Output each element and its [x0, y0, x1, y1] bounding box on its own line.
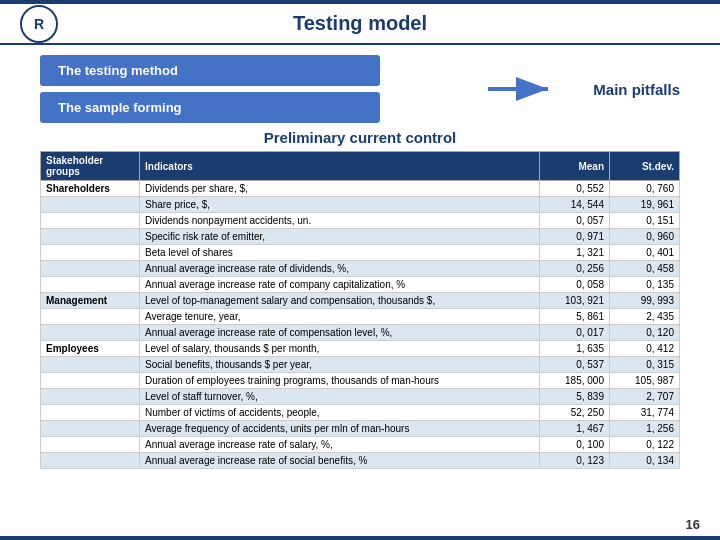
cell-group	[41, 373, 140, 389]
cell-stdev: 0, 135	[610, 277, 680, 293]
col-header-mean: Mean	[540, 152, 610, 181]
table-row: ShareholdersDividends per share, $,0, 55…	[41, 181, 680, 197]
cell-group	[41, 405, 140, 421]
table-row: Annual average increase rate of social b…	[41, 453, 680, 469]
cell-stdev: 0, 122	[610, 437, 680, 453]
cell-stdev: 31, 774	[610, 405, 680, 421]
cell-indicator: Level of salary, thousands $ per month,	[140, 341, 540, 357]
cell-mean: 0, 100	[540, 437, 610, 453]
logo: R	[20, 5, 58, 43]
cell-stdev: 19, 961	[610, 197, 680, 213]
table-row: EmployeesLevel of salary, thousands $ pe…	[41, 341, 680, 357]
cell-mean: 52, 250	[540, 405, 610, 421]
cell-mean: 103, 921	[540, 293, 610, 309]
table-row: Annual average increase rate of salary, …	[41, 437, 680, 453]
cell-mean: 0, 537	[540, 357, 610, 373]
cell-group	[41, 389, 140, 405]
cell-indicator: Average frequency of accidents, units pe…	[140, 421, 540, 437]
cell-stdev: 0, 412	[610, 341, 680, 357]
cell-group	[41, 277, 140, 293]
cell-indicator: Duration of employees training programs,…	[140, 373, 540, 389]
table-row: Annual average increase rate of dividend…	[41, 261, 680, 277]
table-row: Average frequency of accidents, units pe…	[41, 421, 680, 437]
boxes-column: The testing method The sample forming	[40, 55, 463, 123]
arrow-area	[463, 64, 583, 114]
col-header-groups: Stakeholder groups	[41, 152, 140, 181]
cell-stdev: 2, 435	[610, 309, 680, 325]
cell-mean: 0, 552	[540, 181, 610, 197]
cell-mean: 0, 058	[540, 277, 610, 293]
cell-indicator: Level of top-management salary and compe…	[140, 293, 540, 309]
cell-stdev: 0, 134	[610, 453, 680, 469]
table-row: Duration of employees training programs,…	[41, 373, 680, 389]
cell-stdev: 105, 987	[610, 373, 680, 389]
cell-mean: 1, 467	[540, 421, 610, 437]
cell-indicator: Annual average increase rate of social b…	[140, 453, 540, 469]
cell-group	[41, 421, 140, 437]
cell-stdev: 1, 256	[610, 421, 680, 437]
cell-indicator: Average tenure, year,	[140, 309, 540, 325]
cell-group	[41, 229, 140, 245]
cell-indicator: Annual average increase rate of salary, …	[140, 437, 540, 453]
cell-stdev: 0, 401	[610, 245, 680, 261]
arrow-icon	[483, 64, 563, 114]
cell-stdev: 0, 960	[610, 229, 680, 245]
cell-indicator: Annual average increase rate of dividend…	[140, 261, 540, 277]
cell-mean: 185, 000	[540, 373, 610, 389]
cell-group	[41, 309, 140, 325]
table-row: Average tenure, year,5, 8612, 435	[41, 309, 680, 325]
cell-group: Management	[41, 293, 140, 309]
col-header-indicators: Indicators	[140, 152, 540, 181]
cell-mean: 5, 839	[540, 389, 610, 405]
table-row: Beta level of shares1, 3210, 401	[41, 245, 680, 261]
cell-indicator: Annual average increase rate of compensa…	[140, 325, 540, 341]
sample-box: The sample forming	[40, 92, 380, 123]
table-row: Level of staff turnover, %,5, 8392, 707	[41, 389, 680, 405]
cell-indicator: Social benefits, thousands $ per year,	[140, 357, 540, 373]
cell-indicator: Dividends per share, $,	[140, 181, 540, 197]
cell-group	[41, 437, 140, 453]
cell-group	[41, 261, 140, 277]
cell-mean: 1, 321	[540, 245, 610, 261]
cell-stdev: 0, 458	[610, 261, 680, 277]
table-row: Specific risk rate of emitter,0, 9710, 9…	[41, 229, 680, 245]
col-header-stdev: St.dev.	[610, 152, 680, 181]
pitfalls-label: Main pitfalls	[593, 81, 680, 98]
cell-indicator: Annual average increase rate of company …	[140, 277, 540, 293]
cell-indicator: Beta level of shares	[140, 245, 540, 261]
cell-indicator: Dividends nonpayment accidents, un.	[140, 213, 540, 229]
data-table: Stakeholder groups Indicators Mean St.de…	[40, 151, 680, 469]
cell-mean: 1, 635	[540, 341, 610, 357]
cell-mean: 0, 123	[540, 453, 610, 469]
cell-indicator: Share price, $,	[140, 197, 540, 213]
cell-group	[41, 245, 140, 261]
cell-group: Employees	[41, 341, 140, 357]
cell-indicator: Number of victims of accidents, people,	[140, 405, 540, 421]
cell-mean: 0, 971	[540, 229, 610, 245]
table-row: Annual average increase rate of company …	[41, 277, 680, 293]
page-title: Testing model	[293, 12, 427, 35]
method-box: The testing method	[40, 55, 380, 86]
cell-mean: 0, 017	[540, 325, 610, 341]
cell-mean: 14, 544	[540, 197, 610, 213]
table-row: Share price, $,14, 54419, 961	[41, 197, 680, 213]
section-title: Preliminary current control	[40, 129, 680, 146]
cell-mean: 5, 861	[540, 309, 610, 325]
boxes-row: The testing method The sample forming Ma…	[40, 55, 680, 123]
cell-stdev: 2, 707	[610, 389, 680, 405]
cell-group	[41, 213, 140, 229]
cell-mean: 0, 057	[540, 213, 610, 229]
table-row: Annual average increase rate of compensa…	[41, 325, 680, 341]
cell-group	[41, 357, 140, 373]
table-row: Dividends nonpayment accidents, un.0, 05…	[41, 213, 680, 229]
cell-stdev: 0, 151	[610, 213, 680, 229]
main-content: The testing method The sample forming Ma…	[0, 45, 720, 474]
cell-group: Shareholders	[41, 181, 140, 197]
cell-group	[41, 325, 140, 341]
header: R Testing model	[0, 4, 720, 45]
cell-group	[41, 197, 140, 213]
cell-stdev: 0, 120	[610, 325, 680, 341]
table-row: ManagementLevel of top-management salary…	[41, 293, 680, 309]
table-row: Number of victims of accidents, people,5…	[41, 405, 680, 421]
cell-indicator: Specific risk rate of emitter,	[140, 229, 540, 245]
